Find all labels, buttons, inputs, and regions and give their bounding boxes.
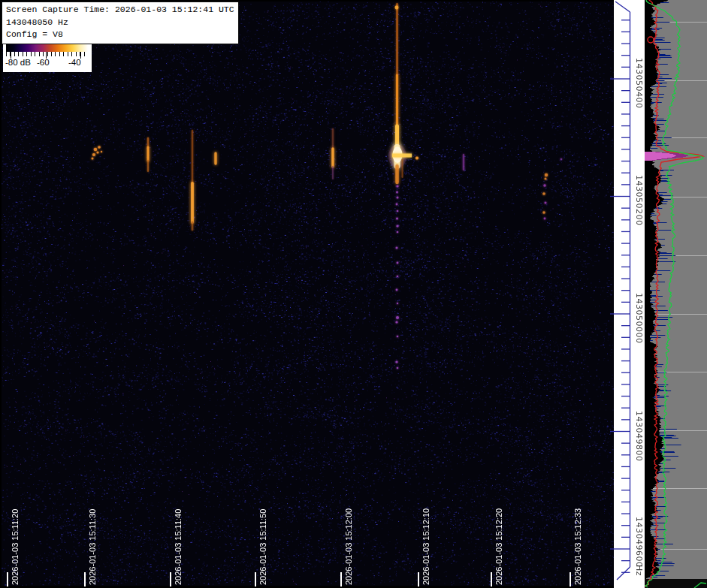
- config-readout: Config = V8: [6, 29, 234, 41]
- time-axis-label: 2026-01-03 15:12:00: [344, 508, 353, 585]
- time-axis-label: 2026-01-03 15:12:10: [421, 508, 431, 585]
- capture-info-box: Screen Capture Time: 2026-01-03 15:12:41…: [2, 2, 239, 44]
- frequency-readout: 143048050 Hz: [6, 17, 234, 29]
- colorbar-label-min: -80 dB: [5, 58, 31, 67]
- freq-axis-unit: Hz: [634, 565, 644, 576]
- time-axis-tick: [84, 572, 86, 586]
- time-axis-label: 2026-01-03 15:11:40: [174, 509, 183, 585]
- time-axis-label: 2026-01-03 15:12:20: [494, 508, 503, 585]
- freq-axis-label: 143049600: [634, 517, 644, 568]
- freq-axis-label: 143050400: [634, 58, 644, 109]
- colorbar-minor-ticks: [6, 52, 88, 56]
- time-axis-label: 2026-01-03 15:12:33: [573, 508, 582, 585]
- time-axis-tick: [7, 572, 8, 586]
- time-axis-label: 2026-01-03 15:11:30: [88, 509, 97, 585]
- freq-axis-label: 143050200: [634, 175, 644, 226]
- colorbar-label-mid: -60: [37, 58, 50, 67]
- colorbar-label-max: -40: [68, 58, 81, 67]
- waterfall-spectrogram: [0, 0, 615, 588]
- colorbar-legend: -80 dB -60 -40: [3, 41, 92, 72]
- time-axis-tick: [570, 572, 571, 586]
- time-axis-tick: [340, 572, 342, 586]
- freq-axis-label: 143049800: [634, 411, 644, 462]
- time-axis-tick: [170, 572, 171, 586]
- freq-axis-label: 143050000: [634, 293, 644, 344]
- time-axis-tick: [491, 572, 492, 586]
- spectrogram-app: Screen Capture Time: 2026-01-03 15:12:41…: [0, 0, 707, 588]
- time-axis-tick: [418, 572, 419, 586]
- time-axis-tick: [255, 572, 256, 586]
- time-axis-label: 2026-01-03 15:11:20: [11, 509, 20, 585]
- time-axis-label: 2026-01-03 15:11:50: [258, 509, 267, 585]
- spectrum-panel: [645, 0, 707, 588]
- capture-time-text: Screen Capture Time: 2026-01-03 15:12:41…: [6, 4, 234, 17]
